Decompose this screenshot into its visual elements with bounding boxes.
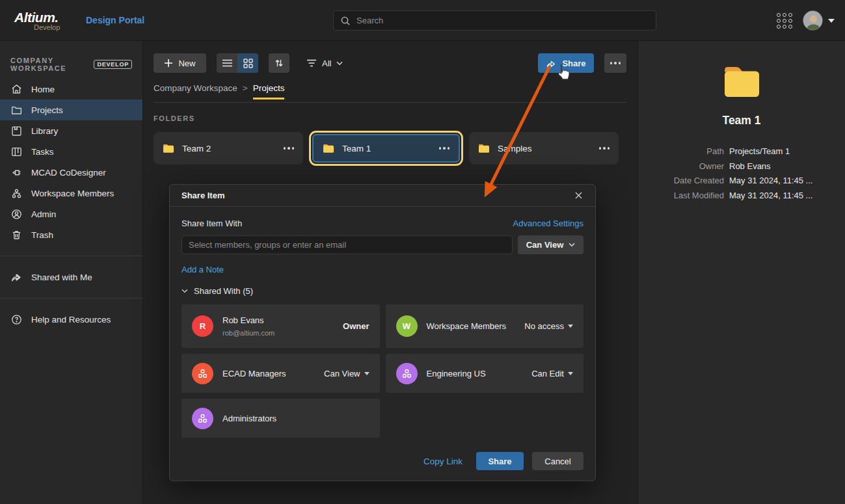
divider <box>154 102 626 103</box>
filter-icon <box>306 59 317 67</box>
ellipsis-icon <box>610 62 621 64</box>
new-button-label: New <box>178 59 195 68</box>
share-entry-ecad-managers: ECAD Managers Can View <box>181 354 380 393</box>
sidebar-divider <box>0 298 142 298</box>
sidebar-item-help[interactable]: Help and Resources <box>0 309 142 330</box>
folder-card-samples[interactable]: Samples <box>469 132 619 165</box>
folder-more-icon[interactable] <box>284 147 295 150</box>
modal-title: Share Item <box>181 191 573 200</box>
permission-dropdown-value: Can View <box>526 240 564 250</box>
breadcrumb-root[interactable]: Company Workspace <box>154 83 237 93</box>
more-options-button[interactable] <box>604 53 626 73</box>
detail-value: May 31 2024, 11:45 ... <box>729 174 812 189</box>
new-button[interactable]: New <box>154 53 206 73</box>
grid-view-button[interactable] <box>237 53 258 73</box>
permission-dropdown[interactable]: Can View <box>518 235 583 254</box>
detail-value: Projects/Team 1 <box>729 144 790 159</box>
sidebar-item-label: Help and Resources <box>31 315 111 325</box>
search-input[interactable] <box>356 16 649 25</box>
close-icon[interactable] <box>573 191 583 201</box>
folder-icon <box>10 104 23 116</box>
folder-name: Team 2 <box>182 144 276 153</box>
workspace-section-header: COMPANY WORKSPACE DEVELOP <box>0 41 142 79</box>
share-entry-administrators: Administrators <box>181 399 380 438</box>
entry-name: Engineering US <box>427 369 523 378</box>
share-button[interactable]: Share <box>538 53 594 73</box>
group-icon <box>196 367 209 380</box>
folder-card-team-2[interactable]: Team 2 <box>154 132 303 165</box>
develop-badge: DEVELOP <box>94 60 132 69</box>
shared-with-list: R Rob Evans rob@altium.com Owner W Works… <box>181 304 583 438</box>
modal-header: Share Item <box>170 185 595 207</box>
sidebar-item-library[interactable]: Library <box>0 120 142 141</box>
chevron-down-icon <box>336 61 343 66</box>
entry-email: rob@altium.com <box>222 329 334 337</box>
advanced-settings-link[interactable]: Advanced Settings <box>513 219 583 228</box>
sidebar-item-mcad-codesigner[interactable]: MCAD CoDesigner <box>0 162 142 183</box>
share-arrow-icon <box>10 271 23 284</box>
detail-value: May 31 2024, 11:45 ... <box>729 189 812 204</box>
folder-icon <box>478 144 490 153</box>
view-toggle-group <box>217 53 258 73</box>
altium-logo-subtext: Develop <box>34 23 65 31</box>
shared-with-toggle[interactable]: Shared With (5) <box>181 286 583 296</box>
altium-logo-text: Altium. <box>14 10 65 25</box>
detail-row: Owner Rob Evans <box>638 159 845 174</box>
help-icon <box>10 313 23 326</box>
entry-permission-dropdown[interactable]: No access <box>524 321 573 331</box>
entry-name: Rob Evans <box>222 315 334 325</box>
modal-share-button[interactable]: Share <box>476 452 524 470</box>
folder-more-icon[interactable] <box>439 147 450 150</box>
avatar: R <box>192 315 213 337</box>
altium-logo[interactable]: Altium. Develop <box>14 10 65 31</box>
sidebar-item-home[interactable]: Home <box>0 79 142 99</box>
detail-label: Date Created <box>638 174 724 189</box>
detail-label: Last Modified <box>638 189 724 204</box>
folder-card-team-1[interactable]: Team 1 <box>312 134 460 163</box>
user-menu-caret-icon[interactable] <box>828 19 835 23</box>
entry-permission-dropdown[interactable]: Can Edit <box>531 369 573 378</box>
folders-row: Team 2 Team 1 Samples <box>154 131 626 166</box>
avatar-initial: W <box>403 321 410 331</box>
share-arrow-icon <box>546 59 557 68</box>
chevron-down-icon <box>569 243 575 247</box>
sidebar-item-workspace-members[interactable]: Workspace Members <box>0 183 142 204</box>
sidebar-item-projects[interactable]: Projects <box>0 99 142 120</box>
list-view-button[interactable] <box>217 53 237 73</box>
breadcrumb-current[interactable]: Projects <box>253 83 285 99</box>
sidebar-item-shared-with-me[interactable]: Shared with Me <box>0 267 142 287</box>
sidebar-item-admin[interactable]: Admin <box>0 204 142 224</box>
breadcrumb: Company Workspace > Projects <box>154 83 626 93</box>
folders-section-label: FOLDERS <box>154 114 626 122</box>
share-members-input[interactable] <box>181 235 513 254</box>
shared-with-label: Shared With (5) <box>194 286 253 296</box>
details-title: Team 1 <box>638 114 845 127</box>
avatar[interactable] <box>803 10 823 31</box>
entry-name: Administrators <box>222 414 369 423</box>
plus-icon <box>164 59 173 68</box>
caret-down-icon <box>364 372 369 375</box>
sidebar-item-tasks[interactable]: Tasks <box>0 141 142 162</box>
home-icon <box>10 83 23 96</box>
user-menu[interactable] <box>803 10 835 31</box>
modal-cancel-button[interactable]: Cancel <box>532 452 583 470</box>
toolbar: New All Share <box>154 53 626 73</box>
detail-value: Rob Evans <box>729 159 771 174</box>
share-entry-workspace-members: W Workspace Members No access <box>386 304 584 348</box>
sort-button[interactable] <box>269 53 289 73</box>
sidebar-item-trash[interactable]: Trash <box>0 224 142 245</box>
copy-link-button[interactable]: Copy Link <box>423 457 463 466</box>
global-search[interactable] <box>333 10 656 31</box>
detail-label: Owner <box>638 159 724 174</box>
sidebar-item-label: Tasks <box>31 147 54 157</box>
sidebar-item-label: Admin <box>31 209 56 219</box>
sidebar-divider <box>0 256 142 256</box>
folder-more-icon[interactable] <box>599 147 610 150</box>
apps-grid-icon[interactable] <box>777 13 792 29</box>
filter-dropdown[interactable]: All <box>306 59 343 68</box>
add-note-link[interactable]: Add a Note <box>181 265 583 274</box>
entry-permission-dropdown[interactable]: Can View <box>324 369 369 378</box>
connector-icon <box>10 166 23 179</box>
details-panel: Team 1 Path Projects/Team 1 Owner Rob Ev… <box>637 41 845 504</box>
folder-icon <box>163 144 174 153</box>
